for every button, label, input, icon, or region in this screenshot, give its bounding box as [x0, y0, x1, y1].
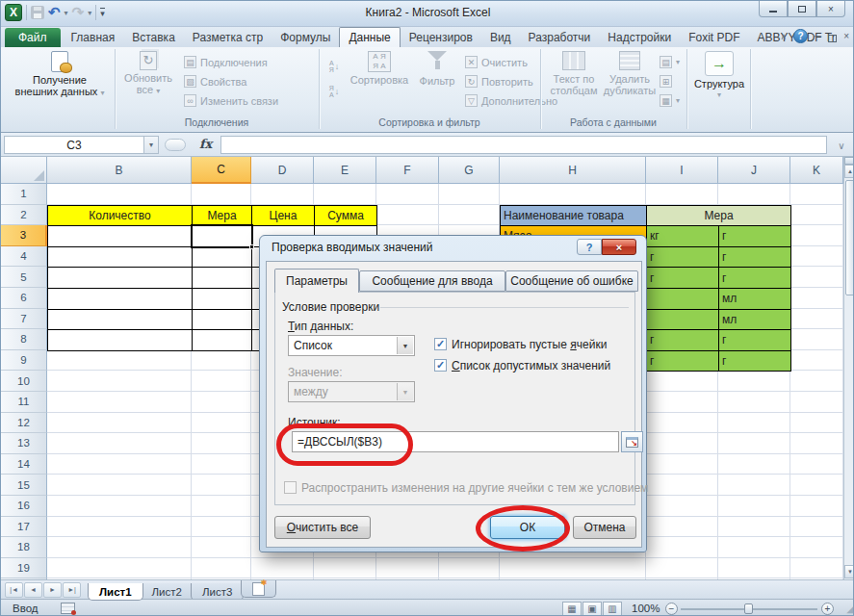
row-header-19[interactable]: 19 — [1, 558, 47, 579]
workbook-restore-icon[interactable] — [828, 35, 837, 42]
cell-I9[interactable]: г — [646, 350, 719, 372]
formula-input[interactable] — [220, 136, 827, 154]
cell-B7[interactable] — [47, 309, 193, 331]
row-header-10[interactable]: 10 — [1, 371, 47, 392]
row-header-17[interactable]: 17 — [1, 517, 47, 538]
ignore-blank-checkbox[interactable]: ✓ — [434, 338, 447, 350]
scroll-down-icon[interactable]: ▼ — [844, 565, 854, 578]
ribbon-tab-7[interactable]: Вид — [481, 28, 520, 48]
cell-C5[interactable] — [192, 267, 252, 289]
cell-I5[interactable]: г — [646, 267, 719, 289]
properties-button[interactable]: ▧Свойства — [184, 75, 246, 88]
col-header-K[interactable]: K — [790, 157, 843, 184]
col-header-E[interactable]: E — [314, 157, 376, 184]
remove-duplicates-button[interactable]: Удалитьдубликаты — [602, 51, 658, 96]
ribbon-tab-9[interactable]: Надстройки — [599, 28, 680, 48]
col-header-D[interactable]: D — [251, 157, 314, 184]
resize-grip[interactable]: ◢ — [846, 603, 854, 614]
dialog-help-icon[interactable]: ? — [577, 239, 602, 255]
vertical-split-handle[interactable] — [844, 157, 854, 165]
normal-view-icon[interactable]: ▦ — [562, 602, 582, 616]
cell-B3[interactable] — [47, 225, 193, 247]
workbook-minimize-icon[interactable]: ─ — [815, 29, 821, 43]
ribbon-tab-0[interactable]: Файл — [5, 28, 61, 48]
sheet-tab-0[interactable]: Лист1 — [88, 583, 143, 601]
row-header-16[interactable]: 16 — [1, 496, 47, 517]
sort-ascending-button[interactable]: АЯ↓ — [324, 57, 344, 76]
ribbon-tab-1[interactable]: Главная — [63, 28, 124, 48]
cell-J7[interactable]: мл — [718, 309, 791, 331]
sheet-nav-0[interactable]: |◄ — [5, 582, 23, 598]
row-header-18[interactable]: 18 — [1, 537, 47, 558]
col-header-I[interactable]: I — [646, 157, 718, 184]
row-header-1[interactable]: 1 — [1, 184, 47, 205]
col-header-G[interactable]: G — [439, 157, 500, 184]
name-box-dropdown-icon[interactable]: ▾ — [144, 136, 159, 154]
selected-cell-C3[interactable] — [191, 224, 253, 248]
row-header-4[interactable]: 4 — [1, 246, 47, 268]
combo-arrow-icon[interactable]: ▼ — [397, 337, 413, 354]
ribbon-tab-2[interactable]: Вставка — [123, 28, 184, 48]
cell-J8[interactable]: г — [718, 329, 791, 351]
connections-button[interactable]: ▤Подключения — [184, 56, 268, 68]
scroll-up-icon[interactable]: ▲ — [844, 165, 854, 178]
insert-function-icon[interactable]: fx — [199, 137, 212, 151]
sheet-nav-1[interactable]: ◄ — [24, 582, 42, 598]
page-break-view-icon[interactable]: ▥ — [603, 602, 622, 616]
name-box[interactable]: C3 — [4, 136, 144, 154]
cell-I6[interactable] — [646, 288, 719, 310]
source-input[interactable]: =ДВССЫЛ($B3) — [292, 431, 619, 452]
ribbon-tab-3[interactable]: Разметка стр — [184, 28, 272, 48]
col-header-H[interactable]: H — [500, 157, 646, 184]
row-header-15[interactable]: 15 — [1, 475, 47, 496]
data-validation-button[interactable]: ▤▾ — [660, 56, 680, 68]
data-type-select[interactable]: Список▼ — [288, 335, 415, 356]
close-button[interactable]: × — [816, 1, 845, 17]
cell-B5[interactable] — [47, 267, 193, 289]
left-table-header-2[interactable]: Цена — [251, 205, 315, 227]
advanced-filter-button[interactable]: ▽Дополнительно — [465, 94, 557, 107]
left-table-header-0[interactable]: Количество — [47, 205, 193, 227]
cell-J9[interactable]: г — [718, 350, 791, 372]
sort-button[interactable]: А ЯЯ А Сортировка — [348, 51, 411, 86]
ribbon-tab-6[interactable]: Рецензиров — [401, 28, 481, 48]
cell-I3[interactable]: кг — [646, 225, 719, 247]
left-table-header-3[interactable]: Сумма — [314, 205, 377, 227]
in-cell-list-label[interactable]: Список допустимых значений — [452, 359, 610, 372]
in-cell-list-checkbox[interactable]: ✓ — [434, 359, 447, 372]
row-header-2[interactable]: 2 — [1, 205, 47, 226]
cell-J6[interactable]: мл — [718, 288, 791, 310]
col-header-C[interactable]: C — [192, 157, 251, 184]
select-all-corner[interactable] — [1, 157, 47, 184]
refresh-all-button[interactable]: ↻ Обновить все ▾ — [120, 51, 176, 97]
ribbon-tab-10[interactable]: Foxit PDF — [680, 28, 748, 48]
page-layout-view-icon[interactable]: ▣ — [582, 602, 602, 616]
what-if-analysis-button[interactable]: ▦▾ — [660, 94, 680, 107]
dialog-close-icon[interactable]: × — [602, 239, 636, 255]
text-to-columns-button[interactable]: Текст постолбцам — [546, 51, 602, 96]
cell-C4[interactable] — [192, 246, 252, 269]
minimize-button[interactable] — [759, 1, 788, 17]
macro-record-icon[interactable] — [61, 603, 75, 614]
ok-button[interactable]: ОК — [490, 516, 565, 539]
restore-button[interactable] — [788, 1, 816, 17]
row-header-8[interactable]: 8 — [1, 329, 47, 350]
cell-C7[interactable] — [192, 309, 252, 331]
zoom-in-icon[interactable]: + — [821, 603, 834, 615]
insert-worksheet-tab[interactable] — [241, 580, 276, 598]
clear-all-button[interactable]: Очистить все — [274, 516, 371, 539]
cell-I8[interactable]: г — [646, 329, 719, 351]
cell-C8[interactable] — [192, 329, 252, 351]
right-table-measure-header[interactable]: Мера — [646, 205, 791, 227]
outline-button[interactable]: → Структура ▾ — [692, 51, 746, 101]
row-header-7[interactable]: 7 — [1, 309, 47, 330]
cell-B6[interactable] — [47, 288, 193, 310]
cell-J4[interactable]: г — [718, 246, 791, 269]
cell-J3[interactable]: г — [718, 225, 791, 247]
collapse-ribbon-icon[interactable]: ∧ — [780, 32, 787, 41]
tab-parameters[interactable]: Параметры — [274, 269, 359, 293]
ribbon-tab-4[interactable]: Формулы — [272, 28, 339, 48]
ribbon-tab-5[interactable]: Данные — [339, 27, 400, 47]
cancel-button[interactable]: Отмена — [573, 516, 636, 539]
vertical-scrollbar[interactable]: ▲ ▼ — [843, 157, 854, 579]
